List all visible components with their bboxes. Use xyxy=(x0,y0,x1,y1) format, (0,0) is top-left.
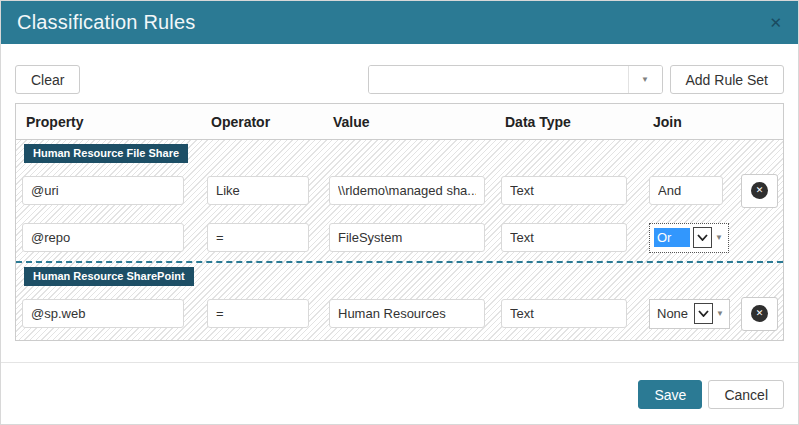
join-dropdown[interactable]: None ▼ xyxy=(649,299,730,329)
column-header-property: Property xyxy=(16,114,201,130)
dialog-title: Classification Rules xyxy=(17,11,196,34)
delete-icon: ✕ xyxy=(751,182,768,199)
property-field[interactable] xyxy=(22,176,184,205)
table-row: ✕ xyxy=(16,167,783,214)
operator-field[interactable] xyxy=(207,223,309,252)
rule-set-badge: Human Resource File Share xyxy=(24,144,188,163)
chevron-down-icon: ▼ xyxy=(716,310,724,318)
operator-field[interactable] xyxy=(207,176,309,205)
property-field[interactable] xyxy=(22,299,184,328)
dialog-titlebar: Classification Rules ✕ xyxy=(1,1,798,44)
chevron-down-icon xyxy=(697,234,708,241)
toolbar-right-group: ▼ Add Rule Set xyxy=(368,65,785,94)
delete-rule-button[interactable]: ✕ xyxy=(741,297,778,331)
column-header-operator: Operator xyxy=(201,114,323,130)
data-type-field[interactable] xyxy=(501,299,627,328)
join-dropdown-value: None xyxy=(654,304,691,323)
table-body: Human Resource File Share ✕ xyxy=(16,140,783,340)
chevron-down-icon xyxy=(698,310,709,317)
property-field[interactable] xyxy=(22,223,184,252)
value-field[interactable] xyxy=(329,299,485,328)
rule-set-group-header: Human Resource SharePoint xyxy=(16,263,783,290)
rule-set-group-header: Human Resource File Share xyxy=(16,140,783,167)
rule-set-badge: Human Resource SharePoint xyxy=(24,267,194,286)
add-rule-set-button[interactable]: Add Rule Set xyxy=(670,65,785,94)
data-type-field[interactable] xyxy=(501,223,627,252)
value-field[interactable] xyxy=(329,223,485,252)
column-header-join: Join xyxy=(643,114,735,130)
classification-rules-dialog: Classification Rules ✕ Clear ▼ Add Rule … xyxy=(0,0,799,425)
ruleset-combobox-arrow[interactable]: ▼ xyxy=(628,66,662,93)
save-button[interactable]: Save xyxy=(638,380,702,409)
select-arrow-button[interactable] xyxy=(694,303,713,324)
content-spacer xyxy=(1,341,798,362)
table-header-row: Property Operator Value Data Type Join xyxy=(16,104,783,140)
join-field[interactable] xyxy=(649,176,723,205)
close-icon[interactable]: ✕ xyxy=(769,15,782,30)
value-field[interactable] xyxy=(329,176,485,205)
rules-table: Property Operator Value Data Type Join H… xyxy=(15,103,784,341)
chevron-down-icon: ▼ xyxy=(715,234,723,242)
data-type-field[interactable] xyxy=(501,176,627,205)
delete-icon: ✕ xyxy=(751,305,768,322)
footer: Save Cancel xyxy=(1,363,798,424)
ruleset-combobox[interactable]: ▼ xyxy=(368,65,663,94)
join-dropdown[interactable]: Or ▼ xyxy=(649,223,729,253)
join-dropdown-value: Or xyxy=(654,228,690,247)
chevron-down-icon: ▼ xyxy=(641,76,649,84)
column-header-value: Value xyxy=(323,114,495,130)
column-header-data-type: Data Type xyxy=(495,114,643,130)
cancel-button[interactable]: Cancel xyxy=(708,380,784,409)
delete-rule-button[interactable]: ✕ xyxy=(741,174,778,208)
toolbar: Clear ▼ Add Rule Set xyxy=(15,65,784,94)
ruleset-combobox-input[interactable] xyxy=(369,66,628,93)
table-row: Or ▼ xyxy=(16,214,783,261)
clear-button[interactable]: Clear xyxy=(15,65,80,94)
table-row: None ▼ ✕ xyxy=(16,290,783,337)
select-arrow-button[interactable] xyxy=(693,227,712,248)
operator-field[interactable] xyxy=(207,299,309,328)
